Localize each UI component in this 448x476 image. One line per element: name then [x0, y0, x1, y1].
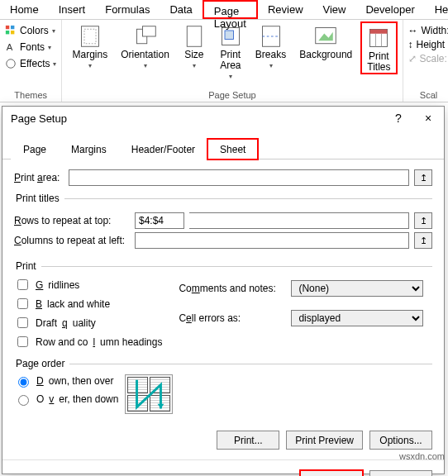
svg-marker-16	[318, 32, 333, 41]
over-then-down-radio[interactable]: Over, then down	[14, 393, 118, 406]
tab-view[interactable]: View	[313, 0, 356, 19]
gridlines-checkbox[interactable]: Gridlines	[14, 277, 162, 293]
rowcol-checkbox[interactable]: Row and column headings	[14, 334, 162, 350]
tab-data[interactable]: Data	[160, 0, 202, 19]
svg-marker-21	[158, 404, 164, 409]
width-control[interactable]: ↔Width:	[408, 25, 449, 36]
chevron-down-icon: ▾	[88, 62, 92, 69]
rows-repeat-label: Rows to repeat at top:	[14, 215, 130, 226]
print-legend: Print	[14, 260, 41, 272]
rows-repeat-input[interactable]	[135, 212, 184, 229]
margins-icon	[79, 25, 102, 48]
height-icon: ↕	[408, 39, 413, 50]
effects-button[interactable]: Effects ▾	[5, 56, 56, 71]
cellerrors-select[interactable]: displayed	[291, 310, 423, 326]
pageorder-preview	[125, 374, 173, 414]
fonts-label: Fonts	[20, 41, 45, 53]
width-icon: ↔	[408, 25, 418, 36]
size-button[interactable]: Size ▾	[178, 21, 211, 69]
chevron-down-icon: ▾	[48, 44, 51, 51]
chevron-down-icon: ▾	[193, 62, 196, 69]
watermark: wsxdn.com	[399, 451, 445, 461]
colors-icon	[5, 25, 17, 36]
svg-rect-12	[225, 31, 234, 40]
margins-label: Margins	[72, 50, 107, 60]
svg-rect-3	[11, 31, 14, 34]
width-label: Width:	[422, 25, 449, 36]
cols-repeat-ref-button[interactable]: ↥	[414, 232, 432, 249]
group-label-scale: Scal	[408, 88, 449, 102]
background-button[interactable]: Background	[294, 21, 357, 60]
dtab-header-footer[interactable]: Header/Footer	[119, 139, 207, 159]
dialog-button-row-2: OK Cancel	[2, 465, 444, 476]
chevron-down-icon: ▾	[269, 62, 273, 69]
dialog-button-row-1: Print... Print Preview Options...	[2, 426, 444, 455]
dialog-tabs: Page Margins Header/Footer Sheet	[2, 135, 444, 159]
chevron-down-icon: ▾	[144, 62, 147, 69]
down-then-over-radio[interactable]: Down, then over	[14, 374, 118, 388]
height-control[interactable]: ↕Height	[408, 39, 449, 50]
chevron-down-icon: ▾	[52, 27, 55, 35]
svg-rect-10	[187, 26, 202, 47]
print-area-button[interactable]: Print Area ▾	[214, 21, 247, 80]
dtab-sheet[interactable]: Sheet	[207, 139, 258, 159]
breaks-button[interactable]: Breaks ▾	[250, 21, 291, 69]
tab-developer[interactable]: Developer	[355, 0, 424, 19]
cols-repeat-input[interactable]	[135, 232, 409, 249]
group-label-page-setup: Page Setup	[67, 88, 397, 102]
tab-home[interactable]: Home	[0, 0, 49, 19]
cols-repeat-label: Columns to repeat at left:	[14, 235, 130, 246]
tab-insert[interactable]: Insert	[49, 0, 96, 19]
tab-formulas[interactable]: Formulas	[95, 0, 160, 19]
cancel-button[interactable]: Cancel	[369, 470, 432, 476]
dtab-page[interactable]: Page	[11, 139, 59, 159]
effects-icon	[5, 58, 17, 69]
scale-label: Scale:	[420, 53, 447, 64]
background-icon	[314, 25, 337, 48]
dialog-close-button[interactable]: ×	[421, 112, 436, 125]
group-themes: Colors ▾ A Fonts ▾ Effects ▾ Themes	[0, 20, 62, 102]
ribbon-tabs: Home Insert Formulas Data Page Layout Re…	[0, 0, 448, 20]
breaks-icon	[260, 25, 283, 48]
print-titles-button[interactable]: Print Titles	[360, 21, 397, 74]
print-preview-button[interactable]: Print Preview	[286, 431, 363, 450]
ribbon-content: Colors ▾ A Fonts ▾ Effects ▾ Themes Marg…	[0, 20, 448, 102]
fonts-button[interactable]: A Fonts ▾	[5, 40, 56, 55]
tab-page-layout[interactable]: Page Layout	[203, 0, 258, 19]
print-titles-label: Print Titles	[367, 51, 390, 73]
print-titles-icon	[367, 26, 390, 50]
draft-checkbox[interactable]: Draft quality	[14, 315, 162, 331]
effects-label: Effects	[20, 58, 50, 69]
print-area-input[interactable]	[69, 169, 409, 186]
pageorder-legend: Page order	[14, 358, 69, 369]
margins-button[interactable]: Margins ▾	[67, 21, 112, 69]
comments-select[interactable]: (None)	[291, 280, 423, 297]
options-button[interactable]: Options...	[369, 431, 432, 450]
tab-review[interactable]: Review	[258, 0, 313, 19]
chevron-down-icon: ▾	[53, 60, 56, 68]
svg-rect-18	[370, 30, 388, 34]
comments-label: Comments and notes:	[179, 283, 286, 294]
print-area-icon	[219, 25, 242, 48]
print-button[interactable]: Print...	[217, 431, 279, 450]
scale-control[interactable]: ⤢Scale:	[408, 53, 449, 64]
dialog-help-button[interactable]: ?	[391, 112, 406, 125]
print-titles-fieldset: Print titles Rows to repeat at top: ↥ Co…	[14, 193, 432, 254]
cellerrors-label: Cell errors as:	[179, 312, 286, 324]
breaks-label: Breaks	[255, 50, 286, 60]
print-area-ref-button[interactable]: ↥	[414, 169, 432, 186]
bw-checkbox[interactable]: Black and white	[14, 296, 162, 312]
rows-repeat-ref-button[interactable]: ↥	[414, 212, 432, 229]
ok-button[interactable]: OK	[300, 470, 363, 476]
dialog-body: Print area: ↥ Print titles Rows to repea…	[2, 159, 444, 426]
orientation-button[interactable]: Orientation ▾	[116, 21, 174, 69]
pageorder-fieldset: Page order Down, then over Over, then do…	[14, 358, 432, 416]
chevron-down-icon: ▾	[229, 73, 232, 80]
colors-button[interactable]: Colors ▾	[5, 23, 56, 38]
print-fieldset: Print Gridlines Black and white Draft qu…	[14, 260, 432, 351]
svg-text:A: A	[7, 42, 13, 52]
size-icon	[183, 25, 206, 48]
dtab-margins[interactable]: Margins	[59, 139, 119, 159]
svg-rect-0	[6, 26, 9, 29]
tab-help[interactable]: Hel	[425, 0, 448, 19]
